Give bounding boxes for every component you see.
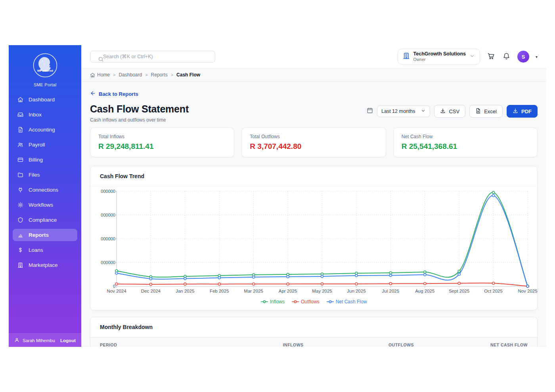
- sidebar-item-label: Dashboard: [29, 97, 55, 103]
- calendar-icon: [367, 107, 373, 114]
- x-tick-label: Nov 2024: [107, 289, 126, 293]
- export-csv-button[interactable]: CSV: [434, 105, 465, 118]
- arrow-left-icon: [90, 90, 96, 97]
- x-tick-label: Nov 2025: [518, 289, 537, 293]
- dollar-icon: [17, 247, 23, 253]
- x-tick-label: Aug 2025: [415, 289, 434, 293]
- logout-button[interactable]: Logout: [60, 338, 76, 343]
- chart-plot: [117, 191, 528, 286]
- download-icon: [440, 108, 446, 115]
- table-header-row: PERIODINFLOWSOUTFLOWSNET CASH FLOW: [90, 337, 537, 347]
- sidebar-item-label: Reports: [29, 232, 49, 238]
- company-selector[interactable]: TechGrowth Solutions Owner: [398, 49, 480, 65]
- chevron-down-icon: [469, 53, 475, 60]
- card-label: Total Outflows: [250, 134, 377, 139]
- pdf-label: PDF: [521, 108, 532, 114]
- breadcrumb-separator: >: [171, 72, 173, 77]
- breadcrumb-link-home[interactable]: Home: [90, 72, 110, 78]
- x-tick-label: Jul 2025: [382, 289, 399, 293]
- y-tick-label: 000000: [99, 213, 115, 218]
- breadcrumb-current: Cash Flow: [176, 72, 200, 78]
- table-column-net-cash-flow: NET CASH FLOW: [414, 343, 528, 347]
- x-tick-label: Apr 2025: [279, 289, 297, 293]
- mpowered-logo-icon: MPowered: [33, 53, 57, 78]
- sidebar-item-label: Connections: [29, 187, 58, 193]
- inbox-icon: [17, 112, 23, 118]
- card-label: Net Cash Flow: [402, 134, 529, 139]
- home-icon: [17, 97, 23, 103]
- bell-icon: [503, 52, 510, 60]
- date-range-value: Last 12 months: [381, 108, 415, 114]
- sidebar-item-connections[interactable]: Connections: [13, 184, 77, 196]
- notifications-button[interactable]: [502, 51, 511, 62]
- credit-card-icon: [17, 157, 23, 163]
- y-tick-label: 000000: [99, 260, 115, 265]
- x-tick-label: May 2025: [312, 289, 332, 293]
- user-menu-caret-icon[interactable]: ▾: [536, 55, 538, 59]
- sidebar-item-label: Marketplace: [29, 262, 58, 268]
- legend-item-inflows[interactable]: Inflows: [261, 299, 285, 304]
- search-input[interactable]: [90, 51, 215, 63]
- building-icon: [17, 262, 23, 268]
- cart-icon: [487, 52, 495, 61]
- card-value: R 3,707,442.80: [250, 142, 377, 151]
- export-excel-button[interactable]: Excel: [469, 105, 503, 118]
- date-range-select[interactable]: Last 12 months: [377, 105, 430, 117]
- card-label: Total Inflows: [98, 134, 226, 139]
- legend-item-net-cash-flow[interactable]: Net Cash Flow: [327, 299, 367, 304]
- bar-chart-icon: [17, 232, 23, 238]
- legend-label: Inflows: [270, 299, 285, 304]
- file-excel-icon: [475, 108, 481, 115]
- x-tick-label: Sept 2025: [449, 289, 469, 293]
- page-header: Cash Flow Statement Cash inflows and out…: [90, 103, 538, 123]
- sidebar-item-accounting[interactable]: Accounting: [13, 124, 77, 136]
- user-icon: [14, 337, 19, 343]
- back-link-label: Back to Reports: [99, 91, 138, 97]
- company-name: TechGrowth Solutions: [413, 51, 466, 57]
- main-area: TechGrowth Solutions Owner S ▾ Home>Dash…: [81, 45, 546, 347]
- export-pdf-button[interactable]: PDF: [507, 105, 538, 118]
- back-to-reports-link[interactable]: Back to Reports: [90, 90, 138, 97]
- x-tick-label: Jun 2025: [347, 289, 366, 293]
- topbar-right: TechGrowth Solutions Owner S ▾: [398, 49, 538, 65]
- table-column-outflows: OUTFLOWS: [304, 343, 414, 347]
- breadcrumb-link-dashboard[interactable]: Dashboard: [119, 72, 142, 78]
- file-x-icon: [475, 108, 481, 114]
- cart-button[interactable]: [486, 51, 496, 62]
- sidebar-item-files[interactable]: Files: [13, 169, 77, 181]
- x-tick-label: Mar 2025: [244, 289, 263, 293]
- sidebar-item-reports[interactable]: Reports: [13, 229, 77, 241]
- breadcrumb-separator: >: [145, 72, 147, 77]
- sidebar-item-dashboard[interactable]: Dashboard: [13, 93, 77, 106]
- summary-card-total-inflows: Total InflowsR 29,248,811.41: [90, 127, 234, 157]
- breadcrumb-link-reports[interactable]: Reports: [151, 72, 168, 78]
- company-role: Owner: [413, 57, 466, 62]
- sidebar-item-workflows[interactable]: Workflows: [13, 199, 77, 211]
- file-text-icon: [17, 127, 23, 133]
- legend-label: Outflows: [301, 299, 320, 304]
- sidebar-nav: DashboardInboxAccountingPayrollBillingFi…: [9, 91, 81, 333]
- arrow-left-icon: [90, 90, 96, 96]
- sidebar-item-payroll[interactable]: Payroll: [13, 139, 77, 151]
- table-title: Monthly Breakdown: [90, 317, 537, 337]
- page-subtitle: Cash inflows and outflows over time: [90, 117, 189, 123]
- x-tick-label: Oct 2025: [484, 289, 503, 293]
- home-icon: [90, 72, 95, 78]
- sidebar-item-loans[interactable]: Loans: [13, 244, 77, 256]
- summary-card-net-cash-flow: Net Cash FlowR 25,541,368.61: [393, 127, 538, 157]
- breadcrumb: Home>Dashboard>Reports>Cash Flow: [81, 68, 546, 82]
- excel-label: Excel: [484, 108, 497, 114]
- chevron-down-icon: [469, 53, 475, 59]
- x-tick-label: Feb 2025: [210, 289, 229, 293]
- sidebar-item-marketplace[interactable]: Marketplace: [13, 259, 77, 271]
- sidebar-item-inbox[interactable]: Inbox: [13, 108, 77, 121]
- topbar: TechGrowth Solutions Owner S ▾: [81, 45, 546, 68]
- legend-item-outflows[interactable]: Outflows: [292, 299, 320, 304]
- csv-label: CSV: [449, 108, 459, 114]
- avatar[interactable]: S: [517, 51, 529, 63]
- sidebar-item-billing[interactable]: Billing: [13, 154, 77, 166]
- table-column-inflows: INFLOWS: [203, 343, 304, 347]
- sidebar-item-compliance[interactable]: Compliance: [13, 214, 77, 226]
- building-icon: [403, 52, 410, 59]
- x-axis-labels: Nov 2024Dec 2024Jan 2025Feb 2025Mar 2025…: [117, 289, 528, 296]
